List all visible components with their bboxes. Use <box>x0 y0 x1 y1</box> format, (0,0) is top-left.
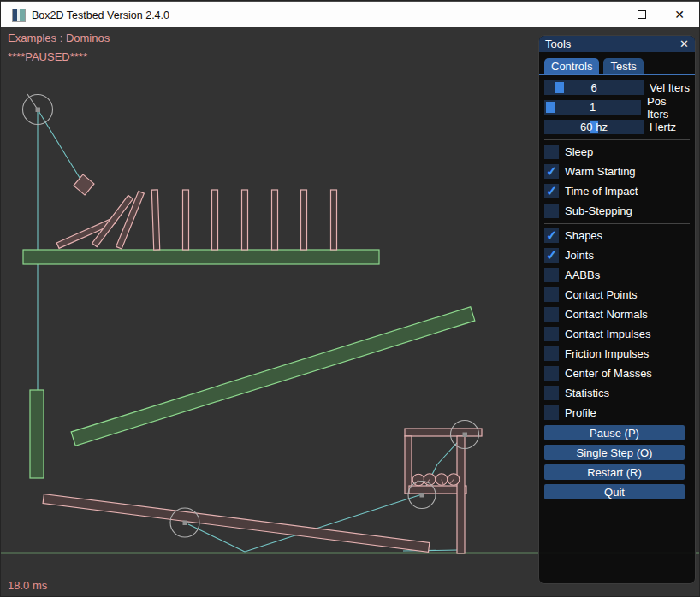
fallen-dominoes[interactable] <box>56 192 144 250</box>
hertz-row: 60 hz Hertz <box>544 120 690 134</box>
separator <box>544 223 690 224</box>
app-icon <box>12 9 26 22</box>
checkbox[interactable] <box>544 248 559 263</box>
panel-close-icon: ✕ <box>679 38 689 50</box>
standing-dominoes[interactable] <box>151 190 336 250</box>
seesaw-plank[interactable] <box>43 494 430 553</box>
checkbox[interactable] <box>544 204 559 218</box>
maximize-icon <box>638 10 646 19</box>
window-title: Box2D Testbed Version 2.4.0 <box>32 2 169 28</box>
example-label: Examples : Dominos <box>8 32 110 44</box>
checkbox[interactable] <box>544 268 559 282</box>
close-button[interactable]: ✕ <box>661 2 697 27</box>
checkbox[interactable] <box>544 327 559 341</box>
domino-shelf <box>23 250 379 264</box>
checkbox-sleep[interactable]: Sleep <box>544 145 690 159</box>
restart-button[interactable]: Restart (R) <box>544 464 685 480</box>
checkbox[interactable] <box>544 366 559 381</box>
checkbox-contact-impulses[interactable]: Contact Impulses <box>544 327 690 341</box>
checkbox-shapes[interactable]: Shapes <box>544 228 690 243</box>
single-step-button[interactable]: Single Step (O) <box>544 445 685 460</box>
vel-iters-label: Vel Iters <box>650 81 690 94</box>
checkbox-profile[interactable]: Profile <box>544 405 690 420</box>
checkbox-joints[interactable]: Joints <box>544 248 690 263</box>
vertical-plank <box>30 390 44 478</box>
checkbox-contact-points[interactable]: Contact Points <box>544 287 690 302</box>
vel-iters-slider[interactable]: 6 <box>544 80 644 95</box>
tools-panel-titlebar[interactable]: Tools ✕ <box>539 36 695 52</box>
hertz-value: 60 hz <box>544 120 644 134</box>
checkbox[interactable] <box>544 164 559 179</box>
hertz-slider[interactable]: 60 hz <box>544 120 644 134</box>
checkbox-sub-stepping[interactable]: Sub-Stepping <box>544 204 690 218</box>
pos-iters-slider[interactable]: 1 <box>544 100 641 115</box>
tabbar: Controls Tests <box>539 52 695 75</box>
os-titlebar[interactable]: Box2D Testbed Version 2.4.0 ✕ <box>1 1 699 27</box>
pendulum-box[interactable] <box>74 174 94 195</box>
checkbox[interactable] <box>544 145 559 159</box>
checkbox-friction-impulses[interactable]: Friction Impulses <box>544 346 690 361</box>
checkbox-warm-starting[interactable]: Warm Starting <box>544 164 690 179</box>
tab-tests[interactable]: Tests <box>603 58 643 74</box>
separator <box>544 139 690 140</box>
tilted-plank <box>71 307 475 446</box>
checkbox[interactable] <box>544 184 559 198</box>
checkbox-contact-normals[interactable]: Contact Normals <box>544 307 690 322</box>
checkbox[interactable] <box>544 386 559 400</box>
maximize-button[interactable] <box>624 2 660 27</box>
anchor-squares <box>36 108 468 526</box>
checkbox-center-of-masses[interactable]: Center of Masses <box>544 366 690 381</box>
pos-iters-row: 1 Pos Iters <box>544 100 690 115</box>
balls[interactable] <box>412 474 460 486</box>
panel-close-button[interactable]: ✕ <box>679 38 689 50</box>
app-window: Box2D Testbed Version 2.4.0 ✕ <box>0 0 700 597</box>
checkbox-time-of-impact[interactable]: Time of Impact <box>544 184 690 198</box>
frame-time-label: 18.0 ms <box>8 579 47 592</box>
checkbox[interactable] <box>544 307 559 322</box>
checkbox-aabbs[interactable]: AABBs <box>544 268 690 282</box>
scene-canvas[interactable]: Examples : Dominos ****PAUSED**** 18.0 m… <box>1 27 700 597</box>
pause-button[interactable]: Pause (P) <box>544 425 685 440</box>
minimize-button[interactable] <box>584 2 620 27</box>
checkbox[interactable] <box>544 405 559 420</box>
pos-iters-value: 1 <box>544 100 641 115</box>
tools-panel-title: Tools <box>545 38 679 50</box>
pos-iters-label: Pos Iters <box>647 95 690 121</box>
checkbox[interactable] <box>544 287 559 302</box>
tools-panel: Tools ✕ Controls Tests 6 Vel Iters <box>538 35 696 584</box>
hertz-label: Hertz <box>650 121 676 133</box>
vel-iters-row: 6 Vel Iters <box>544 80 690 95</box>
minimize-icon <box>598 15 608 15</box>
checkbox-statistics[interactable]: Statistics <box>544 386 690 400</box>
checkbox[interactable] <box>544 346 559 361</box>
vel-iters-value: 6 <box>544 80 644 95</box>
tools-panel-content: 6 Vel Iters 1 Pos Iters 60 hz <box>539 75 695 499</box>
close-icon: ✕ <box>674 8 685 21</box>
checkbox[interactable] <box>544 228 559 243</box>
tab-controls[interactable]: Controls <box>544 58 599 74</box>
paused-label: ****PAUSED**** <box>8 50 87 63</box>
quit-button[interactable]: Quit <box>544 484 685 499</box>
